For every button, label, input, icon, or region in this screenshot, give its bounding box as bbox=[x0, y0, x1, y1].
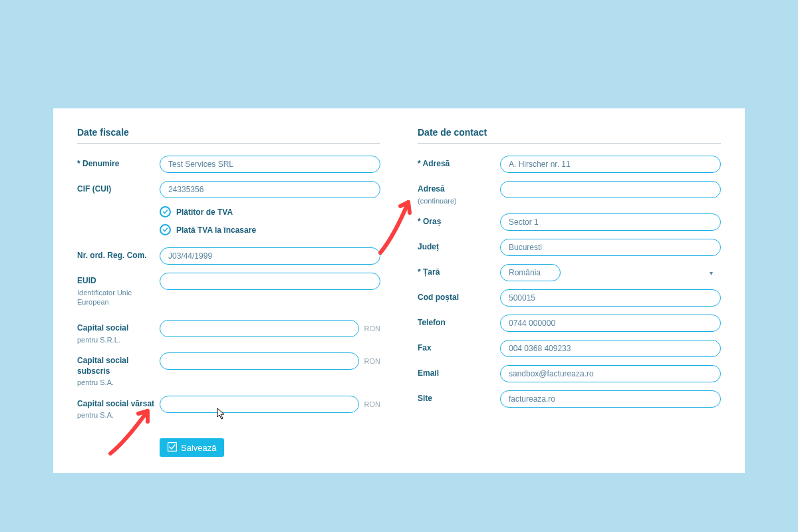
zip-input[interactable] bbox=[500, 289, 721, 307]
checkbox-checked-icon bbox=[168, 442, 177, 454]
addr2-input[interactable] bbox=[500, 181, 721, 198]
addr-input[interactable] bbox=[500, 156, 721, 173]
site-label: Site bbox=[418, 390, 500, 404]
site-input[interactable] bbox=[500, 390, 721, 408]
fax-label: Fax bbox=[418, 340, 500, 354]
phone-input[interactable] bbox=[500, 315, 721, 332]
cif-input[interactable] bbox=[160, 181, 380, 198]
fiscal-section: Date fiscale * Denumire CIF (CUI) Plătit… bbox=[77, 127, 380, 457]
currency-suffix: RON bbox=[364, 357, 380, 365]
company-form-card: Date fiscale * Denumire CIF (CUI) Plătit… bbox=[53, 108, 745, 473]
city-input[interactable] bbox=[500, 213, 721, 231]
tva-payer-checkbox[interactable]: Plătitor de TVA bbox=[77, 206, 380, 217]
addr-label: * Adresă bbox=[418, 156, 500, 170]
capital-sub-input[interactable] bbox=[160, 352, 359, 370]
contact-section: Date de contact * Adresă Adresă (continu… bbox=[418, 127, 721, 457]
save-button-label: Salvează bbox=[181, 443, 216, 453]
country-label: * Țară bbox=[418, 264, 500, 278]
chevron-down-icon: ▾ bbox=[710, 269, 713, 276]
capital-srl-input[interactable] bbox=[160, 320, 359, 337]
euid-input[interactable] bbox=[160, 273, 380, 290]
cif-label: CIF (CUI) bbox=[77, 181, 160, 195]
currency-suffix: RON bbox=[364, 325, 380, 332]
contact-title: Date de contact bbox=[418, 127, 721, 144]
regcom-label: Nr. ord. Reg. Com. bbox=[77, 247, 160, 261]
check-circle-icon bbox=[160, 206, 171, 217]
addr2-label: Adresă (continuare) bbox=[418, 181, 500, 205]
name-label: * Denumire bbox=[77, 156, 160, 170]
tva-payer-label: Plătitor de TVA bbox=[176, 207, 233, 217]
fiscal-title: Date fiscale bbox=[77, 127, 380, 144]
fax-input[interactable] bbox=[500, 340, 721, 357]
save-button[interactable]: Salvează bbox=[160, 438, 224, 457]
city-label: * Oraș bbox=[418, 213, 500, 227]
regcom-input[interactable] bbox=[160, 247, 380, 265]
email-label: Email bbox=[418, 365, 500, 379]
phone-label: Telefon bbox=[418, 315, 500, 329]
country-select[interactable]: România bbox=[500, 264, 561, 281]
county-label: Județ bbox=[418, 239, 500, 253]
check-circle-icon bbox=[160, 224, 171, 235]
euid-label: EUID Identificator Unic European bbox=[77, 273, 160, 307]
county-input[interactable] bbox=[500, 239, 721, 256]
tva-cash-label: Plată TVA la încasare bbox=[176, 225, 256, 235]
email-input[interactable] bbox=[500, 365, 721, 382]
tva-cash-checkbox[interactable]: Plată TVA la încasare bbox=[77, 224, 380, 235]
capital-srl-label: Capital social pentru S.R.L. bbox=[77, 320, 160, 344]
capital-varsat-input[interactable] bbox=[160, 396, 359, 413]
name-input[interactable] bbox=[160, 156, 380, 173]
capital-varsat-label: Capital social vărsat pentru S.A. bbox=[77, 396, 160, 420]
currency-suffix: RON bbox=[364, 400, 380, 408]
capital-sub-label: Capital social subscris pentru S.A. bbox=[77, 352, 160, 387]
zip-label: Cod poștal bbox=[418, 289, 500, 303]
